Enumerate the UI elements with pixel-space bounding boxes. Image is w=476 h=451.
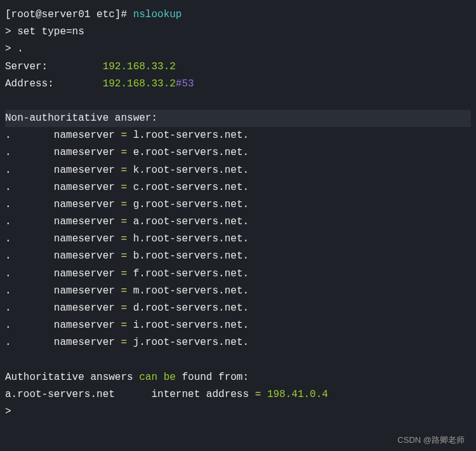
- root-dot: .: [5, 182, 11, 193]
- nameserver-row: . nameserver = i.root-servers.net.: [5, 317, 471, 334]
- nameserver-row: . nameserver = f.root-servers.net.: [5, 266, 471, 283]
- prompt-symbol: >: [5, 406, 11, 417]
- ns-label: nameserver: [54, 320, 115, 331]
- nameserver-row: . nameserver = j.root-servers.net.: [5, 334, 471, 351]
- equals-sign: =: [121, 285, 127, 297]
- ns-value: e.root-servers.net.: [133, 147, 249, 158]
- ns-value: d.root-servers.net.: [133, 302, 249, 314]
- watermark-text: CSDN @路卿老师: [397, 433, 465, 447]
- shell-prompt-line: [root@server01 etc]# nslookup: [5, 6, 471, 24]
- ns-value: l.root-servers.net.: [133, 130, 249, 141]
- ns-value: m.root-servers.net.: [133, 285, 249, 297]
- prompt-marker: >: [5, 43, 17, 55]
- ns-value: k.root-servers.net.: [133, 165, 249, 176]
- equals-sign: =: [121, 320, 127, 331]
- nameserver-row: . nameserver = a.root-servers.net.: [5, 213, 471, 231]
- root-dot: .: [5, 268, 11, 279]
- equals-sign: =: [121, 302, 127, 314]
- input-line: > .: [5, 41, 471, 58]
- input-text: .: [17, 43, 23, 55]
- ns-label: nameserver: [54, 233, 115, 245]
- equals-sign: =: [121, 337, 127, 348]
- ns-label: nameserver: [54, 182, 115, 193]
- auth-host: a.root-servers.net: [5, 389, 115, 400]
- equals-sign: =: [255, 389, 261, 400]
- ns-label: nameserver: [54, 165, 115, 176]
- port-number: 53: [182, 78, 194, 90]
- hash-symbol: #: [176, 78, 182, 90]
- ns-label: nameserver: [54, 337, 115, 348]
- ns-label: nameserver: [54, 130, 115, 141]
- nameserver-row: . nameserver = c.root-servers.net.: [5, 179, 471, 196]
- root-dot: .: [5, 250, 11, 262]
- equals-sign: =: [121, 199, 127, 210]
- root-dot: .: [5, 165, 11, 176]
- prompt-marker: >: [5, 26, 17, 37]
- root-dot: .: [5, 320, 11, 331]
- command-text: nslookup: [133, 9, 182, 20]
- ns-label: nameserver: [54, 302, 115, 314]
- nameserver-row: . nameserver = l.root-servers.net.: [5, 127, 471, 144]
- user-host: root@server01 etc: [11, 9, 115, 20]
- ns-value: b.root-servers.net.: [133, 250, 249, 262]
- equals-sign: =: [121, 233, 127, 245]
- server-line: Server: 192.168.33.2: [5, 58, 471, 76]
- nameserver-row: . nameserver = h.root-servers.net.: [5, 231, 471, 248]
- equals-sign: =: [121, 268, 127, 279]
- root-dot: .: [5, 285, 11, 297]
- server-ip: 192.168.33.2: [103, 61, 176, 72]
- ns-value: h.root-servers.net.: [133, 233, 249, 245]
- server-label: Server:: [5, 61, 48, 72]
- ns-label: nameserver: [54, 285, 115, 297]
- nameserver-row: . nameserver = e.root-servers.net.: [5, 144, 471, 161]
- ns-value: g.root-servers.net.: [133, 199, 249, 210]
- root-dot: .: [5, 147, 11, 158]
- bracket-open: [: [5, 9, 11, 20]
- auth-label: internet address: [151, 389, 249, 400]
- ns-value: a.root-servers.net.: [133, 216, 249, 227]
- auth-address-line: a.root-servers.net internet address = 19…: [5, 386, 471, 403]
- equals-sign: =: [121, 130, 127, 141]
- auth-ip: 198.41.0.4: [267, 389, 328, 400]
- non-auth-header: Non-authoritative answer:: [5, 110, 471, 127]
- equals-sign: =: [121, 250, 127, 262]
- ns-value: c.root-servers.net.: [133, 182, 249, 193]
- ns-label: nameserver: [54, 250, 115, 262]
- equals-sign: =: [121, 147, 127, 158]
- nameserver-row: . nameserver = m.root-servers.net.: [5, 283, 471, 300]
- auth-footer-line: Authoritative answers can be found from:: [5, 369, 471, 386]
- auth-text-1: Authoritative answers: [5, 372, 139, 383]
- input-text: set type=ns: [17, 26, 84, 37]
- nameserver-row: . nameserver = d.root-servers.net.: [5, 300, 471, 317]
- equals-sign: =: [121, 182, 127, 193]
- root-dot: .: [5, 302, 11, 314]
- root-dot: .: [5, 216, 11, 227]
- nameserver-row: . nameserver = k.root-servers.net.: [5, 162, 471, 179]
- bracket-close: ]#: [115, 9, 133, 20]
- non-auth-text: Non-authoritative answer:: [5, 112, 157, 124]
- address-line: Address: 192.168.33.2#53: [5, 76, 471, 93]
- ns-label: nameserver: [54, 216, 115, 227]
- final-prompt[interactable]: >: [5, 403, 471, 421]
- address-label: Address:: [5, 78, 54, 90]
- root-dot: .: [5, 233, 11, 245]
- nameserver-row: . nameserver = b.root-servers.net.: [5, 248, 471, 265]
- ns-label: nameserver: [54, 199, 115, 210]
- root-dot: .: [5, 199, 11, 210]
- equals-sign: =: [121, 216, 127, 227]
- ns-value: i.root-servers.net.: [133, 320, 249, 331]
- root-dot: .: [5, 130, 11, 141]
- auth-text-3: found from:: [176, 372, 249, 383]
- address-ip: 192.168.33.2: [103, 78, 176, 90]
- equals-sign: =: [121, 165, 127, 176]
- auth-text-2: can be: [139, 372, 176, 383]
- nameserver-row: . nameserver = g.root-servers.net.: [5, 196, 471, 213]
- input-line: > set type=ns: [5, 24, 471, 41]
- ns-value: j.root-servers.net.: [133, 337, 249, 348]
- ns-value: f.root-servers.net.: [133, 268, 249, 279]
- root-dot: .: [5, 337, 11, 348]
- ns-label: nameserver: [54, 147, 115, 158]
- ns-label: nameserver: [54, 268, 115, 279]
